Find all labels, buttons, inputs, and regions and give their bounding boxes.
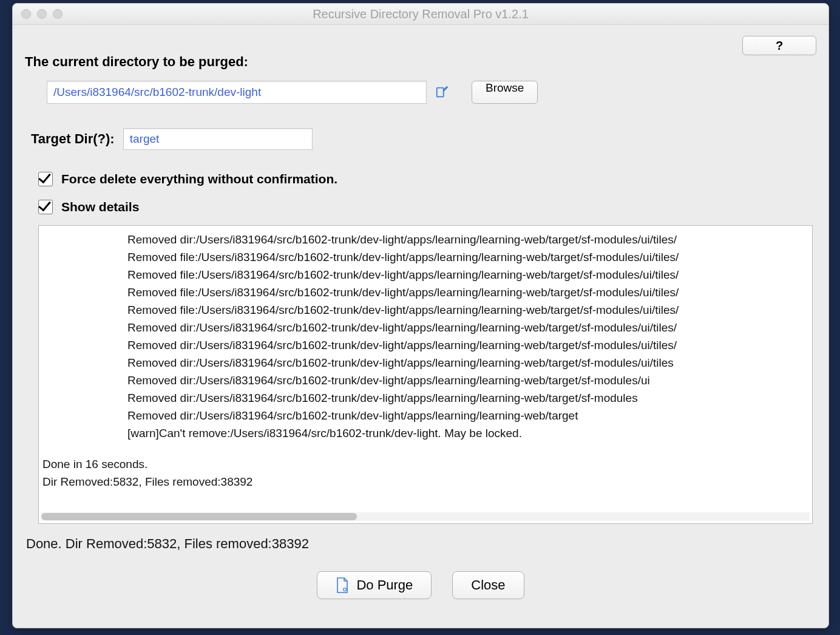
edit-icon[interactable] bbox=[435, 86, 449, 99]
horizontal-scrollbar[interactable] bbox=[41, 512, 810, 521]
do-purge-button[interactable]: Do Purge bbox=[317, 571, 432, 599]
close-window-icon[interactable] bbox=[21, 9, 31, 19]
path-input[interactable] bbox=[47, 81, 427, 104]
log-lines: Removed dir:/Users/i831964/src/b1602-tru… bbox=[41, 231, 810, 442]
do-purge-label: Do Purge bbox=[356, 577, 413, 593]
show-details-row: Show details bbox=[38, 200, 816, 214]
document-icon bbox=[336, 577, 349, 593]
titlebar: Recursive Directory Removal Pro v1.2.1 bbox=[13, 4, 828, 25]
target-dir-label: Target Dir(?): bbox=[31, 131, 115, 147]
svg-rect-0 bbox=[437, 88, 444, 97]
status-line: Done. Dir Removed:5832, Files removed:38… bbox=[26, 536, 816, 552]
content-area: The current directory to be purged: ? Br… bbox=[13, 25, 828, 628]
horizontal-scrollbar-thumb[interactable] bbox=[41, 513, 357, 520]
log-summary: Done in 16 seconds. Dir Removed:5832, Fi… bbox=[41, 455, 810, 491]
details-area: Removed dir:/Users/i831964/src/b1602-tru… bbox=[38, 225, 813, 524]
window-title: Recursive Directory Removal Pro v1.2.1 bbox=[13, 7, 828, 21]
details-body[interactable]: Removed dir:/Users/i831964/src/b1602-tru… bbox=[41, 231, 810, 510]
force-delete-checkbox[interactable] bbox=[38, 172, 53, 186]
top-row: The current directory to be purged: ? bbox=[25, 36, 816, 70]
app-window: Recursive Directory Removal Pro v1.2.1 T… bbox=[12, 3, 829, 628]
browse-button[interactable]: Browse bbox=[472, 81, 538, 104]
force-delete-row: Force delete everything without confirma… bbox=[38, 172, 816, 186]
show-details-checkbox[interactable] bbox=[38, 200, 53, 214]
traffic-lights bbox=[21, 9, 63, 19]
show-details-label: Show details bbox=[61, 200, 139, 214]
close-label: Close bbox=[471, 577, 505, 593]
target-row: Target Dir(?): bbox=[31, 128, 816, 150]
main-label: The current directory to be purged: bbox=[25, 54, 248, 70]
minimize-window-icon[interactable] bbox=[37, 9, 47, 19]
zoom-window-icon[interactable] bbox=[53, 9, 63, 19]
force-delete-label: Force delete everything without confirma… bbox=[61, 172, 337, 186]
close-button[interactable]: Close bbox=[452, 571, 524, 599]
target-dir-input[interactable] bbox=[123, 128, 313, 150]
help-button[interactable]: ? bbox=[742, 36, 816, 55]
action-row: Do Purge Close bbox=[25, 571, 816, 599]
path-row: Browse bbox=[47, 81, 816, 104]
